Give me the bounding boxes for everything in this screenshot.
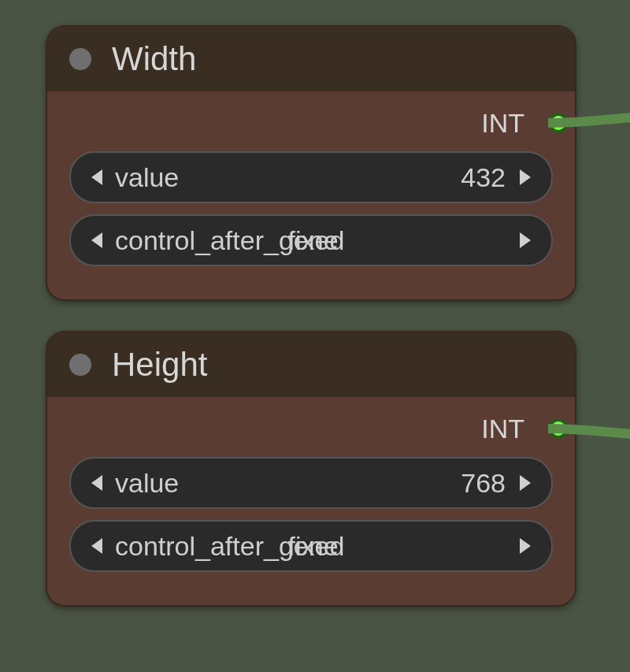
output-row: INT	[69, 102, 553, 143]
collapse-dot-icon[interactable]	[69, 48, 91, 70]
output-label: INT	[481, 108, 524, 139]
svg-marker-2	[91, 232, 102, 248]
svg-marker-1	[520, 169, 531, 185]
node-header[interactable]: Width	[47, 27, 575, 91]
svg-marker-7	[520, 538, 531, 554]
node-body: INT value 432	[47, 91, 575, 299]
control-after-generate-field[interactable]: control_after_gene fixed	[69, 520, 553, 572]
node-editor-canvas[interactable]: Width INT value 432	[0, 0, 630, 672]
output-socket-icon[interactable]	[548, 113, 569, 133]
previous-arrow-icon[interactable]	[85, 536, 110, 555]
node-title: Height	[112, 346, 207, 384]
next-arrow-icon[interactable]	[512, 536, 537, 555]
control-after-generate-field[interactable]: control_after_gene fixed	[69, 214, 553, 266]
field-value: 432	[461, 162, 506, 193]
node-title: Width	[112, 40, 196, 78]
svg-marker-6	[91, 538, 102, 554]
increment-arrow-icon[interactable]	[512, 473, 537, 492]
value-field[interactable]: value 768	[69, 457, 553, 509]
field-label: value	[115, 162, 179, 193]
field-value: 768	[461, 468, 506, 499]
output-row: INT	[69, 408, 553, 449]
node-body: INT value 768	[47, 397, 575, 605]
decrement-arrow-icon[interactable]	[85, 168, 110, 187]
increment-arrow-icon[interactable]	[512, 168, 537, 187]
value-field[interactable]: value 432	[69, 151, 553, 203]
node-height[interactable]: Height INT value 768	[46, 331, 576, 607]
node-header[interactable]: Height	[47, 332, 575, 397]
svg-marker-5	[520, 475, 531, 491]
output-label: INT	[481, 414, 524, 444]
field-value: fixed	[288, 225, 345, 256]
svg-marker-4	[91, 475, 102, 491]
svg-marker-0	[91, 169, 102, 185]
collapse-dot-icon[interactable]	[69, 354, 91, 376]
next-arrow-icon[interactable]	[512, 231, 537, 250]
previous-arrow-icon[interactable]	[85, 231, 110, 250]
field-value: fixed	[288, 531, 345, 562]
field-label: value	[115, 468, 179, 499]
node-width[interactable]: Width INT value 432	[46, 25, 576, 301]
output-socket-icon[interactable]	[548, 418, 569, 439]
decrement-arrow-icon[interactable]	[85, 473, 110, 492]
svg-marker-3	[520, 232, 531, 248]
